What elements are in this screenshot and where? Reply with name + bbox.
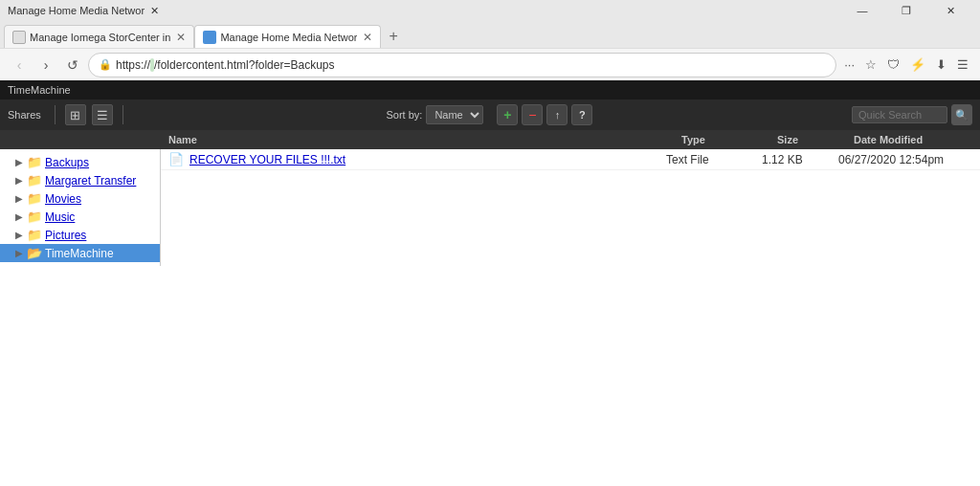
file-type: Text File <box>666 153 762 166</box>
restore-button[interactable]: ❐ <box>884 0 928 21</box>
sidebar-item-music[interactable]: ▶ 📁 Music <box>0 208 160 226</box>
tab-2-close[interactable]: ✕ <box>363 31 372 44</box>
sidebar-item-label: TimeMachine <box>45 247 114 260</box>
file-type-icon: 📄 <box>168 152 184 166</box>
forward-button[interactable]: › <box>34 54 57 77</box>
folder-icon: 📁 <box>27 228 42 242</box>
search-section: 🔍 <box>852 104 972 125</box>
expand-arrow: ▶ <box>15 248 27 258</box>
toolbar-sep-2 <box>122 105 123 124</box>
col-date-header: Date Modified <box>846 134 980 145</box>
sidebar-item-label: Pictures <box>45 229 86 242</box>
back-button[interactable]: ‹ <box>8 54 31 77</box>
address-text: https:///foldercontent.html?folder=Backu… <box>116 58 334 72</box>
search-button[interactable]: 🔍 <box>951 104 972 125</box>
sidebar-item-label: Backups <box>45 156 89 169</box>
col-type-header: Type <box>674 134 769 145</box>
tab-1[interactable]: Manage Iomega StorCenter in ✕ <box>4 25 194 48</box>
sidebar-item-pictures[interactable]: ▶ 📁 Pictures <box>0 226 160 244</box>
browser-title: Manage Home Media Networ <box>8 5 145 16</box>
nav-extra: ··· ☆ 🛡 ⚡ ⬇ ☰ <box>840 55 972 74</box>
tab-2-favicon <box>203 31 216 44</box>
sidebar-item-label: Margaret Transfer <box>45 174 136 188</box>
table-row[interactable]: 📄 RECOVER YOUR FILES !!!.txt Text File 1… <box>161 149 980 170</box>
view-list-button[interactable]: ☰ <box>92 104 113 125</box>
refresh-button[interactable]: ↺ <box>61 54 84 77</box>
expand-arrow: ▶ <box>15 230 27 240</box>
folder-icon: 📁 <box>27 210 42 224</box>
address-https: https:// <box>116 58 150 72</box>
address-bar[interactable]: 🔒 https:///foldercontent.html?folder=Bac… <box>88 53 836 77</box>
close-button[interactable]: ✕ <box>928 0 972 21</box>
window-controls: — ❐ ✕ <box>840 0 972 21</box>
toolbar-sep-1 <box>55 105 56 124</box>
folder-open-icon: 📂 <box>27 246 42 260</box>
shares-label: Shares <box>8 109 41 121</box>
delete-button[interactable]: − <box>522 104 543 125</box>
download-icon[interactable]: ⬇ <box>932 55 950 74</box>
add-button[interactable]: + <box>497 104 518 125</box>
lock-icon: 🔒 <box>99 58 112 71</box>
column-headers: Name Type Size Date Modified <box>0 130 980 149</box>
sort-select[interactable]: Name <box>426 105 483 124</box>
col-size-header: Size <box>769 134 846 145</box>
app-title: TimeMachine <box>8 84 71 96</box>
file-area: 📄 RECOVER YOUR FILES !!!.txt Text File 1… <box>161 149 980 266</box>
folder-icon: 📁 <box>27 155 42 169</box>
sidebar-item-movies[interactable]: ▶ 📁 Movies <box>0 189 160 208</box>
help-button[interactable]: ? <box>571 104 592 125</box>
browser-title-sep: ✕ <box>150 5 159 17</box>
tab-bar: Manage Iomega StorCenter in ✕ Manage Hom… <box>0 21 980 48</box>
sidebar-item-label: Music <box>45 210 75 224</box>
expand-arrow: ▶ <box>15 175 27 186</box>
sidebar: ▶ 📁 Backups ▶ 📁 Margaret Transfer ▶ 📁 Mo… <box>0 149 161 266</box>
tab-1-favicon <box>12 31 26 44</box>
star-button[interactable]: ☆ <box>861 55 880 74</box>
tab-1-close[interactable]: ✕ <box>176 31 186 44</box>
expand-arrow: ▶ <box>15 211 27 222</box>
action-buttons: + − ↑ ? <box>497 104 592 125</box>
sidebar-item-label: Movies <box>45 192 81 206</box>
menu-button[interactable]: ☰ <box>953 55 972 74</box>
view-grid-button[interactable]: ⊞ <box>65 104 86 125</box>
sidebar-item-backups[interactable]: ▶ 📁 Backups <box>0 153 160 171</box>
col-name-header: Name <box>161 134 674 145</box>
nav-bar: ‹ › ↺ 🔒 https:///foldercontent.html?fold… <box>0 48 980 80</box>
tab-1-label: Manage Iomega StorCenter in <box>30 32 170 43</box>
tab-2-label: Manage Home Media Networ <box>220 32 357 43</box>
minimize-button[interactable]: — <box>840 0 884 21</box>
title-bar: Manage Home Media Networ ✕ — ❐ ✕ <box>0 0 980 21</box>
extension-icon: ⚡ <box>906 55 929 74</box>
sidebar-item-margaret[interactable]: ▶ 📁 Margaret Transfer <box>0 171 160 189</box>
sidebar-item-timemachine[interactable]: ▶ 📂 TimeMachine <box>0 244 160 262</box>
app-header: TimeMachine <box>0 80 980 99</box>
file-date: 06/27/2020 12:54pm <box>838 153 972 166</box>
expand-arrow: ▶ <box>15 157 27 167</box>
new-tab-button[interactable]: + <box>385 28 401 45</box>
toolbar: Shares ⊞ ☰ Sort by: Name + − ↑ ? 🔍 <box>0 99 980 130</box>
folder-icon: 📁 <box>27 191 42 206</box>
main-area: ▶ 📁 Backups ▶ 📁 Margaret Transfer ▶ 📁 Mo… <box>0 149 980 266</box>
folder-icon: 📁 <box>27 173 42 188</box>
file-name: RECOVER YOUR FILES !!!.txt <box>189 153 666 166</box>
sort-label: Sort by: <box>386 109 422 121</box>
address-path: /foldercontent.html?folder=Backups <box>154 58 334 72</box>
tab-2[interactable]: Manage Home Media Networ ✕ <box>194 25 381 48</box>
shield-icon: 🛡 <box>883 55 903 74</box>
expand-arrow: ▶ <box>15 193 27 204</box>
sort-section: Sort by: Name <box>386 105 483 124</box>
share-button[interactable]: ↑ <box>546 104 568 125</box>
quick-search-input[interactable] <box>852 106 947 123</box>
more-button[interactable]: ··· <box>840 55 858 74</box>
file-size: 1.12 KB <box>762 153 838 166</box>
